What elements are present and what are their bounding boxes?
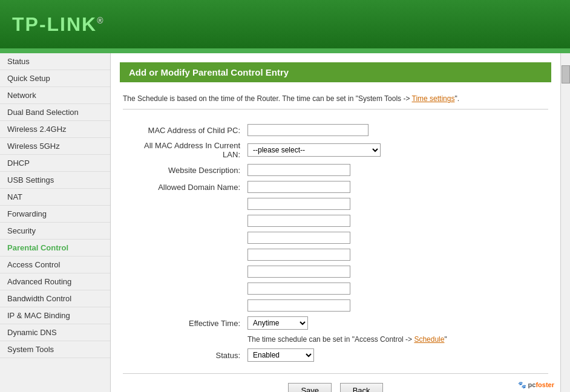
domain-row-3 — [123, 229, 548, 246]
domain-input-1[interactable] — [247, 198, 350, 210]
sidebar-item-dual-band[interactable]: Dual Band Selection — [0, 104, 110, 121]
status-label: Status: — [123, 346, 244, 364]
time-settings-link[interactable]: Time settings — [412, 94, 455, 103]
domain-row-2 — [123, 212, 548, 229]
domain-label-2 — [123, 212, 244, 229]
domain-row-1 — [123, 195, 548, 212]
save-button[interactable]: Save — [288, 383, 332, 392]
all-mac-row: All MAC Address In Current LAN: --please… — [123, 139, 548, 162]
logo: TP-LINK® — [12, 13, 105, 36]
website-desc-row: Website Description: — [123, 162, 548, 178]
schedule-note-label-empty — [123, 332, 244, 346]
domain-cell-0 — [244, 178, 548, 195]
sidebar-item-wireless-24[interactable]: Wireless 2.4GHz — [0, 121, 110, 138]
sidebar-item-ip-mac-binding[interactable]: IP & MAC Binding — [0, 307, 110, 324]
content-body: The Schedule is based on the time of the… — [111, 88, 560, 392]
sidebar-item-quick-setup[interactable]: Quick Setup — [0, 70, 110, 87]
sidebar-item-dynamic-dns[interactable]: Dynamic DNS — [0, 324, 110, 341]
domain-input-7[interactable] — [247, 299, 350, 312]
scrollbar-track[interactable] — [560, 53, 570, 392]
watermark-foster: foster — [536, 381, 554, 388]
logo-text: TP-LINK — [12, 13, 97, 35]
sidebar-item-wireless-5[interactable]: Wireless 5GHz — [0, 138, 110, 155]
sidebar-item-security[interactable]: Security — [0, 223, 110, 240]
info-text-end: ". — [454, 94, 459, 103]
website-desc-label: Website Description: — [123, 162, 244, 178]
effective-time-row: Effective Time: Anytime Custom — [123, 314, 548, 332]
domain-input-0[interactable] — [247, 181, 350, 193]
mac-address-input[interactable] — [247, 124, 369, 136]
effective-time-select[interactable]: Anytime Custom — [247, 316, 308, 330]
domain-row-4 — [123, 246, 548, 263]
domain-label-4 — [123, 246, 244, 263]
mac-address-label: MAC Address of Child PC: — [123, 122, 244, 139]
domain-row-5 — [123, 263, 548, 280]
sidebar-item-parental-control[interactable]: Parental Control — [0, 240, 110, 256]
mac-address-row: MAC Address of Child PC: — [123, 122, 548, 139]
header: TP-LINK® — [0, 0, 570, 48]
sidebar: Status Quick Setup Network Dual Band Sel… — [0, 53, 111, 392]
sidebar-item-nat[interactable]: NAT — [0, 189, 110, 206]
status-cell: Enabled Disabled — [244, 346, 548, 364]
domain-label-1 — [123, 195, 244, 212]
domain-cell-6 — [244, 280, 548, 297]
allowed-domain-label: Allowed Domain Name: — [123, 178, 244, 195]
main-layout: Status Quick Setup Network Dual Band Sel… — [0, 53, 570, 392]
page-title-bar: Add or Modify Parental Control Entry — [120, 62, 551, 82]
info-text: The Schedule is based on the time of the… — [123, 94, 548, 109]
sidebar-item-system-tools[interactable]: System Tools — [0, 341, 110, 358]
status-row: Status: Enabled Disabled — [123, 346, 548, 364]
website-desc-input[interactable] — [247, 164, 350, 176]
domain-row-7 — [123, 297, 548, 314]
schedule-link[interactable]: Schedule — [414, 335, 444, 344]
sidebar-item-bandwidth-control[interactable]: Bandwidth Control — [0, 290, 110, 307]
content-area: Add or Modify Parental Control Entry The… — [111, 53, 560, 392]
sidebar-item-advanced-routing[interactable]: Advanced Routing — [0, 273, 110, 290]
sidebar-item-usb-settings[interactable]: USB Settings — [0, 172, 110, 189]
domain-label-7 — [123, 297, 244, 314]
watermark-icon: 🐾 — [518, 381, 526, 388]
footer-watermark: 🐾 pcfoster — [518, 381, 554, 389]
effective-time-cell: Anytime Custom — [244, 314, 548, 332]
green-strip — [0, 48, 570, 53]
schedule-note-suffix: " — [444, 335, 447, 344]
info-text-prefix: The Schedule is based on the time of the… — [123, 94, 412, 103]
all-mac-select[interactable]: --please select-- — [247, 143, 381, 157]
sidebar-item-dhcp[interactable]: DHCP — [0, 155, 110, 172]
sidebar-item-access-control[interactable]: Access Control — [0, 256, 110, 273]
schedule-note-text: The time schedule can be set in "Access … — [247, 335, 447, 344]
schedule-note-row: The time schedule can be set in "Access … — [123, 332, 548, 346]
domain-label-6 — [123, 280, 244, 297]
schedule-note-prefix: The time schedule can be set in "Access … — [247, 335, 414, 344]
status-select[interactable]: Enabled Disabled — [247, 348, 314, 362]
domain-label-3 — [123, 229, 244, 246]
sidebar-item-status[interactable]: Status — [0, 53, 110, 70]
logo-registered: ® — [97, 16, 104, 25]
buttons-area: Save Back — [123, 373, 548, 392]
domain-cell-2 — [244, 212, 548, 229]
website-desc-cell — [244, 162, 548, 178]
watermark-pc: pc — [528, 381, 536, 388]
back-button[interactable]: Back — [340, 383, 383, 392]
form-table: MAC Address of Child PC: All MAC Address… — [123, 122, 548, 364]
effective-time-label: Effective Time: — [123, 314, 244, 332]
domain-cell-1 — [244, 195, 548, 212]
scrollbar-thumb[interactable] — [562, 65, 570, 83]
schedule-note-cell: The time schedule can be set in "Access … — [244, 332, 548, 346]
sidebar-item-forwarding[interactable]: Forwarding — [0, 206, 110, 223]
domain-input-6[interactable] — [247, 283, 350, 295]
domain-input-3[interactable] — [247, 232, 350, 244]
domain-label-5 — [123, 263, 244, 280]
all-mac-cell: --please select-- — [244, 139, 548, 162]
domain-row-6 — [123, 280, 548, 297]
mac-address-cell — [244, 122, 548, 139]
all-mac-label: All MAC Address In Current LAN: — [123, 139, 244, 162]
domain-input-2[interactable] — [247, 215, 350, 227]
domain-cell-3 — [244, 229, 548, 246]
domain-row-0: Allowed Domain Name: — [123, 178, 548, 195]
domain-cell-7 — [244, 297, 548, 314]
domain-cell-5 — [244, 263, 548, 280]
sidebar-item-network[interactable]: Network — [0, 87, 110, 104]
domain-input-5[interactable] — [247, 266, 350, 278]
domain-input-4[interactable] — [247, 249, 350, 261]
